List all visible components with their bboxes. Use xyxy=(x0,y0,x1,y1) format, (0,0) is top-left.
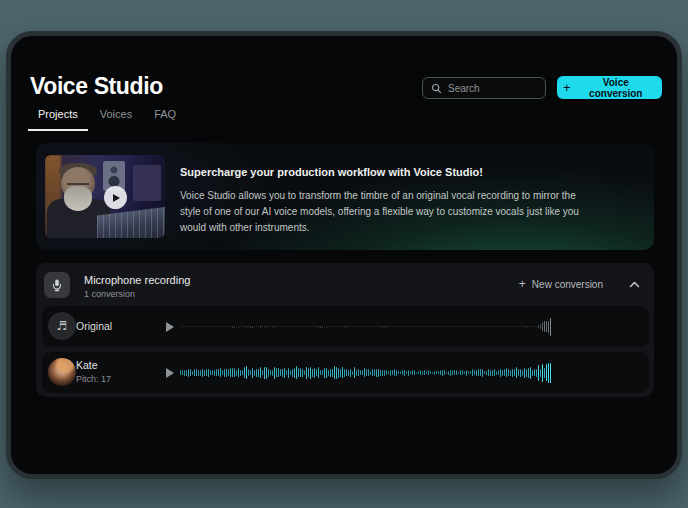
search-placeholder: Search xyxy=(448,83,480,94)
banner-heading: Supercharge your production workflow wit… xyxy=(180,166,654,178)
track-row-kate[interactable]: Kate Pitch: 17 xyxy=(42,352,649,393)
play-icon xyxy=(113,194,120,202)
waveform-original[interactable] xyxy=(180,306,554,347)
tab-faq[interactable]: FAQ xyxy=(144,106,186,131)
project-card: Microphone recording 1 conversion + New … xyxy=(36,263,654,397)
banner-text: Supercharge your production workflow wit… xyxy=(180,166,654,236)
music-note-icon: ♬ xyxy=(48,312,76,340)
chevron-up-icon[interactable] xyxy=(629,281,640,288)
tab-bar: Projects Voices FAQ xyxy=(28,106,186,131)
tab-projects[interactable]: Projects xyxy=(28,106,88,131)
presenter-beard xyxy=(64,186,92,211)
banner-body: Voice Studio allows you to transform the… xyxy=(180,188,654,236)
voice-conversion-label: Voice conversion xyxy=(576,77,656,99)
track-row-original[interactable]: ♬ Original xyxy=(42,306,649,347)
banner-body-line: Voice Studio allows you to transform the… xyxy=(180,188,654,204)
voice-conversion-button[interactable]: + Voice conversion xyxy=(557,76,662,99)
app-window: Voice Studio Search + Voice conversion P… xyxy=(6,31,682,479)
tab-voices[interactable]: Voices xyxy=(90,106,142,131)
play-track-icon[interactable] xyxy=(166,322,174,332)
project-header[interactable]: Microphone recording 1 conversion + New … xyxy=(36,263,654,305)
new-conversion-label: New conversion xyxy=(532,279,603,290)
banner-body-line: would with other instruments. xyxy=(180,220,654,236)
track-meta: Kate Pitch: 17 xyxy=(76,359,111,384)
presenter-glasses xyxy=(67,178,89,185)
page-title: Voice Studio xyxy=(30,73,163,100)
microphone-icon xyxy=(44,272,70,298)
kate-avatar xyxy=(48,358,76,386)
app-content: Voice Studio Search + Voice conversion P… xyxy=(11,36,677,474)
banner-body-line: style of one of our AI voice models, off… xyxy=(180,204,654,220)
waveform-kate[interactable] xyxy=(180,352,554,393)
plus-icon: + xyxy=(519,278,526,290)
new-conversion-button[interactable]: + New conversion xyxy=(519,278,603,290)
search-icon xyxy=(431,83,442,94)
project-subtitle: 1 conversion xyxy=(84,289,135,299)
project-header-actions: + New conversion xyxy=(519,263,640,305)
play-track-icon[interactable] xyxy=(166,368,174,378)
track-pitch-label: Pitch: 17 xyxy=(76,374,111,384)
track-name: Original xyxy=(76,306,112,347)
plus-icon: + xyxy=(563,81,571,94)
video-thumbnail[interactable] xyxy=(45,155,165,238)
project-title: Microphone recording xyxy=(84,274,190,286)
search-input[interactable]: Search xyxy=(422,77,546,99)
track-name: Kate xyxy=(76,359,111,371)
studio-speaker-right xyxy=(133,165,161,201)
promo-banner: Supercharge your production workflow wit… xyxy=(36,143,654,250)
play-button[interactable] xyxy=(104,186,127,209)
